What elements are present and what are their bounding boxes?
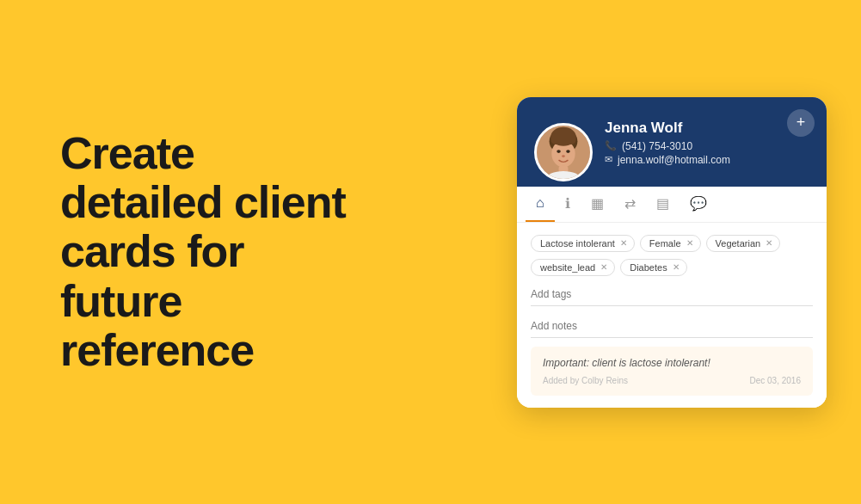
tab-chat[interactable]: 💬 xyxy=(680,187,717,222)
card-header: Jenna Wolf 📞 (541) 754-3010 ✉ jenna.wolf… xyxy=(517,97,827,187)
left-section: Create detailed client cards for future … xyxy=(0,77,517,427)
client-card: Jenna Wolf 📞 (541) 754-3010 ✉ jenna.wolf… xyxy=(517,97,827,408)
note-author: Added by Colby Reins xyxy=(543,376,628,385)
add-button[interactable]: + xyxy=(787,109,815,137)
svg-rect-4 xyxy=(550,133,575,144)
phone-row: 📞 (541) 754-3010 xyxy=(605,140,809,152)
tag-vegetarian-label: Vegetarian xyxy=(716,238,761,249)
avatar xyxy=(534,123,593,181)
tab-calendar[interactable]: ▦ xyxy=(581,187,614,222)
tag-lactose-label: Lactose intolerant xyxy=(540,238,615,249)
tag-diabetes-label: Diabetes xyxy=(630,262,667,273)
tab-link[interactable]: ⇄ xyxy=(614,187,646,222)
right-section: Jenna Wolf 📞 (541) 754-3010 ✉ jenna.wolf… xyxy=(517,97,827,408)
tag-vegetarian-close[interactable]: ✕ xyxy=(766,238,772,248)
headline-line4: future xyxy=(60,276,181,326)
tag-female: Female ✕ xyxy=(640,235,701,252)
tags-row: Lactose intolerant ✕ Female ✕ Vegetarian… xyxy=(531,235,813,252)
tag-website-lead-label: website_lead xyxy=(540,262,595,273)
tag-website-lead-close[interactable]: ✕ xyxy=(600,262,607,272)
add-tags-input[interactable] xyxy=(531,283,813,306)
add-notes-input[interactable] xyxy=(531,315,813,338)
tag-website-lead: website_lead ✕ xyxy=(531,259,615,276)
email-text: jenna.wolf@hotmail.com xyxy=(618,154,730,166)
phone-text: (541) 754-3010 xyxy=(622,140,692,152)
email-row: ✉ jenna.wolf@hotmail.com xyxy=(605,154,809,166)
tag-lactose: Lactose intolerant ✕ xyxy=(531,235,635,252)
phone-icon: 📞 xyxy=(605,140,617,151)
headline: Create detailed client cards for future … xyxy=(60,129,483,375)
note-date: Dec 03, 2016 xyxy=(750,376,802,385)
headline-line3: cards for xyxy=(60,226,244,276)
tab-home[interactable]: ⌂ xyxy=(526,187,555,222)
email-icon: ✉ xyxy=(605,154,612,165)
tag-vegetarian: Vegetarian ✕ xyxy=(706,235,781,252)
svg-point-7 xyxy=(562,155,565,157)
headline-line5: reference xyxy=(60,325,254,375)
tag-diabetes: Diabetes ✕ xyxy=(620,259,686,276)
tag-female-close[interactable]: ✕ xyxy=(686,238,693,248)
headline-line2: detailed client xyxy=(60,177,346,227)
note-box: Important: client is lactose intolerant!… xyxy=(531,347,813,396)
tab-doc[interactable]: ▤ xyxy=(646,187,680,222)
headline-line1: Create xyxy=(60,128,194,178)
card-nav: ⌂ ℹ ▦ ⇄ ▤ 💬 xyxy=(517,187,827,223)
tags-row-2: website_lead ✕ Diabetes ✕ xyxy=(531,259,813,276)
card-body: Lactose intolerant ✕ Female ✕ Vegetarian… xyxy=(517,223,827,408)
svg-point-5 xyxy=(557,150,561,153)
tab-info[interactable]: ℹ xyxy=(555,187,581,222)
tag-lactose-close[interactable]: ✕ xyxy=(620,238,627,248)
tag-female-label: Female xyxy=(649,238,681,249)
client-name: Jenna Wolf xyxy=(605,120,809,137)
note-text: Important: client is lactose intolerant! xyxy=(543,357,801,369)
note-meta: Added by Colby Reins Dec 03, 2016 xyxy=(543,376,801,385)
tag-diabetes-close[interactable]: ✕ xyxy=(673,262,680,272)
card-header-info: Jenna Wolf 📞 (541) 754-3010 ✉ jenna.wolf… xyxy=(605,120,809,168)
svg-point-6 xyxy=(566,150,570,153)
